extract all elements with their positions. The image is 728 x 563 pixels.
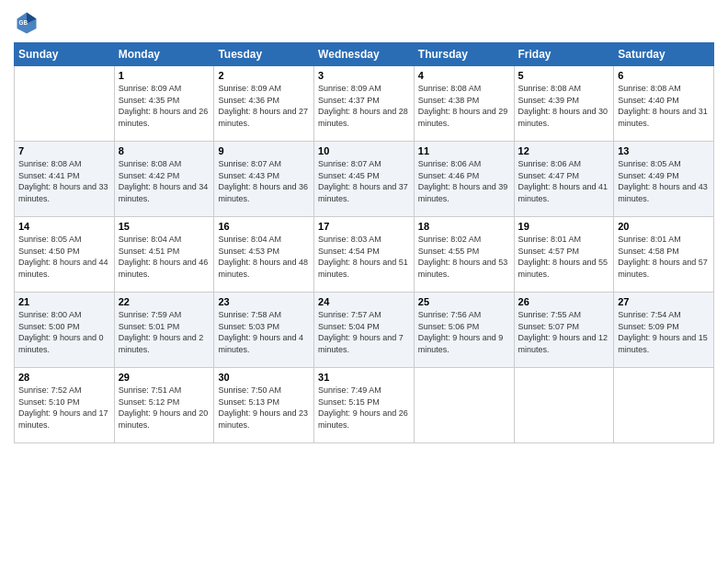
- daylight: Daylight: 8 hours and 34 minutes.: [119, 182, 209, 203]
- day-number: 29: [119, 372, 210, 383]
- daylight: Daylight: 8 hours and 26 minutes.: [119, 107, 209, 128]
- week-row-1: 1Sunrise: 8:09 AMSunset: 4:35 PMDaylight…: [15, 66, 714, 142]
- day-number: 26: [518, 296, 610, 307]
- day-info: Sunrise: 7:52 AMSunset: 5:10 PMDaylight:…: [18, 385, 110, 431]
- sunrise: Sunrise: 8:04 AM: [119, 235, 182, 244]
- sunset: Sunset: 4:42 PM: [119, 171, 180, 180]
- sunrise: Sunrise: 8:08 AM: [18, 159, 82, 168]
- daylight: Daylight: 8 hours and 43 minutes.: [618, 182, 708, 203]
- day-number: 23: [218, 296, 310, 307]
- sunrise: Sunrise: 7:49 AM: [318, 385, 381, 395]
- day-number: 14: [18, 221, 110, 232]
- day-number: 21: [18, 296, 110, 307]
- weekday-header-wednesday: Wednesday: [314, 43, 415, 66]
- sunrise: Sunrise: 8:01 AM: [618, 235, 681, 244]
- main-container: GB SundayMondayTuesdayWednesdayThursdayF…: [0, 0, 728, 453]
- sunset: Sunset: 4:45 PM: [318, 171, 380, 180]
- day-number: 19: [518, 221, 610, 232]
- calendar-cell: [514, 368, 614, 443]
- calendar-cell: [15, 66, 115, 142]
- calendar-cell: 6Sunrise: 8:08 AMSunset: 4:40 PMDaylight…: [614, 66, 714, 142]
- calendar-cell: 14Sunrise: 8:05 AMSunset: 4:50 PMDayligh…: [15, 217, 115, 293]
- day-number: 10: [318, 145, 410, 156]
- day-number: 13: [618, 145, 710, 156]
- sunrise: Sunrise: 8:08 AM: [119, 159, 182, 168]
- day-info: Sunrise: 7:56 AMSunset: 5:06 PMDaylight:…: [418, 309, 510, 355]
- sunset: Sunset: 4:41 PM: [18, 171, 80, 180]
- sunset: Sunset: 4:50 PM: [18, 247, 80, 256]
- day-info: Sunrise: 8:08 AMSunset: 4:39 PMDaylight:…: [518, 83, 610, 129]
- sunrise: Sunrise: 8:02 AM: [418, 235, 482, 244]
- calendar-cell: 25Sunrise: 7:56 AMSunset: 5:06 PMDayligh…: [414, 293, 514, 368]
- daylight: Daylight: 9 hours and 2 minutes.: [119, 333, 204, 354]
- sunrise: Sunrise: 8:09 AM: [119, 84, 182, 93]
- sunrise: Sunrise: 7:57 AM: [318, 310, 381, 319]
- calendar-cell: 4Sunrise: 8:08 AMSunset: 4:38 PMDaylight…: [414, 66, 514, 142]
- sunrise: Sunrise: 7:54 AM: [618, 310, 681, 319]
- daylight: Daylight: 8 hours and 37 minutes.: [318, 182, 408, 203]
- day-number: 22: [119, 296, 210, 307]
- calendar-cell: 30Sunrise: 7:50 AMSunset: 5:13 PMDayligh…: [214, 368, 314, 443]
- sunset: Sunset: 5:04 PM: [318, 322, 380, 331]
- calendar-cell: 19Sunrise: 8:01 AMSunset: 4:57 PMDayligh…: [514, 217, 614, 293]
- sunset: Sunset: 4:37 PM: [318, 96, 380, 105]
- sunrise: Sunrise: 7:58 AM: [218, 310, 281, 319]
- calendar-cell: 5Sunrise: 8:08 AMSunset: 4:39 PMDaylight…: [514, 66, 614, 142]
- svg-text:GB: GB: [19, 19, 28, 26]
- sunset: Sunset: 5:03 PM: [218, 322, 279, 331]
- sunrise: Sunrise: 8:07 AM: [218, 159, 281, 168]
- calendar-cell: [414, 368, 514, 443]
- weekday-header-thursday: Thursday: [414, 43, 514, 66]
- sunset: Sunset: 4:40 PM: [618, 96, 679, 105]
- sunrise: Sunrise: 8:06 AM: [418, 159, 482, 168]
- calendar-cell: 10Sunrise: 8:07 AMSunset: 4:45 PMDayligh…: [314, 142, 415, 217]
- sunrise: Sunrise: 8:05 AM: [618, 159, 681, 168]
- sunrise: Sunrise: 7:59 AM: [119, 310, 182, 319]
- sunrise: Sunrise: 8:01 AM: [518, 235, 582, 244]
- day-info: Sunrise: 8:08 AMSunset: 4:38 PMDaylight:…: [418, 83, 510, 129]
- day-number: 8: [119, 145, 210, 156]
- day-info: Sunrise: 8:06 AMSunset: 4:46 PMDaylight:…: [418, 158, 510, 204]
- day-info: Sunrise: 8:05 AMSunset: 4:49 PMDaylight:…: [618, 158, 710, 204]
- daylight: Daylight: 9 hours and 9 minutes.: [418, 333, 504, 354]
- day-info: Sunrise: 8:07 AMSunset: 4:45 PMDaylight:…: [318, 158, 410, 204]
- calendar-cell: 11Sunrise: 8:06 AMSunset: 4:46 PMDayligh…: [414, 142, 514, 217]
- daylight: Daylight: 9 hours and 12 minutes.: [518, 333, 609, 354]
- calendar-table: SundayMondayTuesdayWednesdayThursdayFrid…: [14, 42, 714, 443]
- daylight: Daylight: 8 hours and 28 minutes.: [318, 107, 408, 128]
- sunrise: Sunrise: 8:08 AM: [618, 84, 681, 93]
- sunrise: Sunrise: 8:05 AM: [18, 235, 82, 244]
- day-info: Sunrise: 7:55 AMSunset: 5:07 PMDaylight:…: [518, 309, 610, 355]
- day-info: Sunrise: 7:59 AMSunset: 5:01 PMDaylight:…: [119, 309, 210, 355]
- weekday-header-monday: Monday: [114, 43, 214, 66]
- day-number: 7: [18, 145, 110, 156]
- sunset: Sunset: 5:06 PM: [418, 322, 480, 331]
- day-info: Sunrise: 8:01 AMSunset: 4:58 PMDaylight:…: [618, 234, 710, 280]
- calendar-cell: 17Sunrise: 8:03 AMSunset: 4:54 PMDayligh…: [314, 217, 415, 293]
- sunset: Sunset: 4:51 PM: [119, 247, 180, 256]
- sunset: Sunset: 4:57 PM: [518, 247, 580, 256]
- calendar-cell: 3Sunrise: 8:09 AMSunset: 4:37 PMDaylight…: [314, 66, 415, 142]
- calendar-cell: 26Sunrise: 7:55 AMSunset: 5:07 PMDayligh…: [514, 293, 614, 368]
- daylight: Daylight: 8 hours and 55 minutes.: [518, 258, 609, 279]
- daylight: Daylight: 8 hours and 51 minutes.: [318, 258, 408, 279]
- sunrise: Sunrise: 7:52 AM: [18, 385, 82, 395]
- day-number: 25: [418, 296, 510, 307]
- day-info: Sunrise: 7:51 AMSunset: 5:12 PMDaylight:…: [119, 385, 210, 431]
- day-info: Sunrise: 8:06 AMSunset: 4:47 PMDaylight:…: [518, 158, 610, 204]
- day-number: 1: [119, 70, 210, 81]
- day-info: Sunrise: 7:50 AMSunset: 5:13 PMDaylight:…: [218, 385, 310, 431]
- sunrise: Sunrise: 8:09 AM: [218, 84, 281, 93]
- day-number: 3: [318, 70, 410, 81]
- calendar-cell: [614, 368, 714, 443]
- header: GB: [14, 9, 714, 35]
- sunrise: Sunrise: 8:03 AM: [318, 235, 381, 244]
- day-info: Sunrise: 8:04 AMSunset: 4:53 PMDaylight:…: [218, 234, 310, 280]
- daylight: Daylight: 9 hours and 26 minutes.: [318, 408, 408, 430]
- calendar-cell: 2Sunrise: 8:09 AMSunset: 4:36 PMDaylight…: [214, 66, 314, 142]
- day-number: 30: [218, 372, 310, 383]
- sunrise: Sunrise: 7:51 AM: [119, 385, 182, 395]
- sunset: Sunset: 5:07 PM: [518, 322, 580, 331]
- calendar-cell: 23Sunrise: 7:58 AMSunset: 5:03 PMDayligh…: [214, 293, 314, 368]
- daylight: Daylight: 8 hours and 53 minutes.: [418, 258, 508, 279]
